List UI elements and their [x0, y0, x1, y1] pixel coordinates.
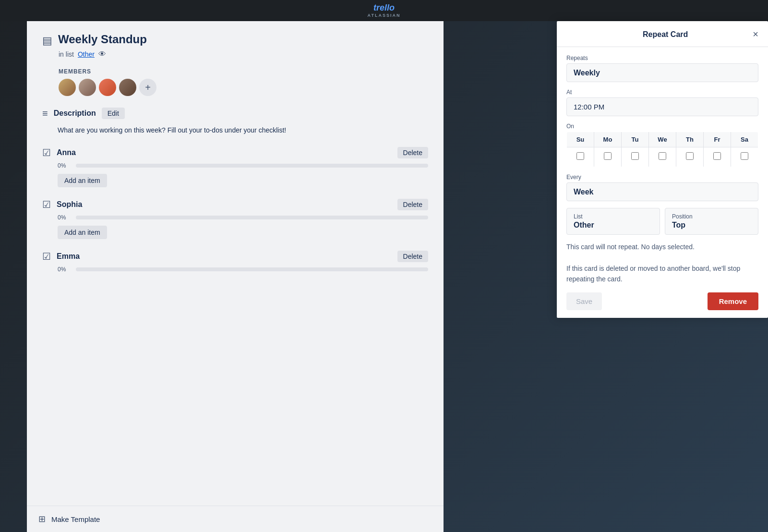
list-name-link[interactable]: Other: [78, 50, 95, 58]
progress-label-anna: 0%: [58, 162, 71, 169]
list-box[interactable]: List Other: [566, 208, 660, 235]
at-field: At: [566, 89, 758, 116]
close-repeat-panel-button[interactable]: ×: [753, 29, 758, 40]
trello-logo: trello ATLASSIAN: [368, 3, 401, 18]
card-subtitle: in list Other 👁: [59, 50, 428, 59]
repeats-label: Repeats: [566, 55, 758, 61]
repeat-info-line1: This card will not repeat. No days selec…: [566, 242, 758, 252]
repeat-info-line2: If this card is deleted or moved to anot…: [566, 263, 758, 285]
card-header: ▤ Weekly Standup: [42, 33, 428, 47]
repeats-select[interactable]: Weekly Daily Monthly: [566, 63, 758, 82]
card-title: Weekly Standup: [58, 33, 147, 47]
repeat-panel-body: Repeats Weekly Daily Monthly At On Su Mo…: [557, 47, 768, 318]
repeat-actions: Save Remove: [566, 292, 758, 310]
avatar-4[interactable]: [119, 79, 136, 96]
progress-emma: 0%: [58, 266, 428, 273]
checkbox-sa[interactable]: [741, 152, 748, 160]
checkbox-we[interactable]: [659, 152, 666, 160]
list-label: List: [574, 213, 653, 220]
days-table: Su Mo Tu We Th Fr Sa: [566, 132, 758, 167]
top-bar: trello ATLASSIAN: [0, 0, 768, 21]
logo-sub: ATLASSIAN: [368, 13, 401, 18]
repeat-panel-title: Repeat Card: [578, 30, 753, 39]
members-row: +: [59, 79, 428, 96]
day-tu: Tu: [622, 132, 649, 147]
remove-button[interactable]: Remove: [708, 292, 758, 310]
delete-sophia-button[interactable]: Delete: [397, 199, 428, 210]
repeat-panel: Repeat Card × Repeats Weekly Daily Month…: [557, 21, 768, 318]
checkbox-mo[interactable]: [604, 152, 612, 160]
list-position-row: List Other Position Top: [566, 208, 758, 235]
progress-label-sophia: 0%: [58, 214, 71, 221]
checklist-icon-anna: ☑: [42, 147, 51, 158]
progress-label-emma: 0%: [58, 266, 71, 273]
every-select[interactable]: Week 2 Weeks Month: [566, 182, 758, 201]
description-header: ≡ Description Edit: [42, 108, 428, 119]
at-label: At: [566, 89, 758, 96]
edit-description-button[interactable]: Edit: [102, 108, 125, 119]
delete-emma-button[interactable]: Delete: [397, 251, 428, 262]
day-th: Th: [676, 132, 704, 147]
repeat-panel-header: Repeat Card ×: [557, 21, 768, 47]
at-input[interactable]: [566, 97, 758, 116]
checklist-name-emma: Emma: [57, 252, 80, 261]
on-field: On Su Mo Tu We Th Fr Sa: [566, 123, 758, 167]
position-value: Top: [672, 221, 751, 230]
day-we: We: [649, 132, 676, 147]
add-item-sophia-button[interactable]: Add an item: [58, 226, 107, 239]
day-fr: Fr: [704, 132, 731, 147]
position-box[interactable]: Position Top: [665, 208, 758, 235]
checklist-emma: ☑ Emma Delete 0%: [42, 251, 428, 273]
checklist-name-anna: Anna: [57, 148, 76, 157]
progress-anna: 0%: [58, 162, 428, 169]
checkbox-th[interactable]: [686, 152, 694, 160]
checklist-sophia-header: ☑ Sophia Delete: [42, 199, 428, 210]
progress-bar-bg-sophia: [76, 216, 428, 219]
checkbox-tu[interactable]: [631, 152, 639, 160]
description-icon: ≡: [42, 108, 48, 119]
save-button[interactable]: Save: [566, 292, 602, 310]
checklist-anna: ☑ Anna Delete 0% Add an item: [42, 147, 428, 187]
progress-sophia: 0%: [58, 214, 428, 221]
card-type-icon: ▤: [42, 35, 52, 47]
subtitle-prefix: in list: [59, 50, 74, 58]
list-value: Other: [574, 221, 653, 230]
checklist-emma-left: ☑ Emma: [42, 251, 80, 262]
repeat-info: This card will not repeat. No days selec…: [566, 242, 758, 285]
checklist-sophia: ☑ Sophia Delete 0% Add an item: [42, 199, 428, 239]
checkbox-fr[interactable]: [713, 152, 721, 160]
checklist-name-sophia: Sophia: [57, 200, 82, 209]
template-icon: ⊞: [38, 514, 46, 524]
avatar-2[interactable]: [79, 79, 96, 96]
add-member-button[interactable]: +: [139, 79, 156, 96]
delete-anna-button[interactable]: Delete: [397, 147, 428, 158]
day-sa: Sa: [731, 132, 758, 147]
day-su: Su: [567, 132, 594, 147]
position-label: Position: [672, 213, 751, 220]
add-item-anna-button[interactable]: Add an item: [58, 174, 107, 187]
checklist-emma-header: ☑ Emma Delete: [42, 251, 428, 262]
watch-icon[interactable]: 👁: [98, 50, 106, 59]
description-text: What are you working on this week? Fill …: [58, 125, 428, 135]
progress-bar-bg-anna: [76, 164, 428, 168]
make-template-label: Make Template: [51, 515, 100, 523]
avatar-3[interactable]: [99, 79, 116, 96]
every-label: Every: [566, 174, 758, 181]
progress-bar-bg-emma: [76, 267, 428, 271]
on-label: On: [566, 123, 758, 130]
every-field: Every Week 2 Weeks Month: [566, 174, 758, 201]
description-title: Description: [54, 109, 96, 118]
checklist-icon-emma: ☑: [42, 251, 51, 262]
checklist-sophia-left: ☑ Sophia: [42, 199, 82, 210]
checkbox-su[interactable]: [576, 152, 584, 160]
card-modal: ▤ Weekly Standup in list Other 👁 MEMBERS…: [27, 21, 444, 532]
day-mo: Mo: [594, 132, 622, 147]
checklist-anna-header: ☑ Anna Delete: [42, 147, 428, 158]
repeats-field: Repeats Weekly Daily Monthly: [566, 55, 758, 82]
checklist-icon-sophia: ☑: [42, 199, 51, 210]
checklist-anna-left: ☑ Anna: [42, 147, 76, 158]
logo-brand: trello: [373, 3, 395, 13]
make-template-bar[interactable]: ⊞ Make Template: [27, 506, 444, 532]
members-label: MEMBERS: [59, 68, 428, 75]
avatar-1[interactable]: [59, 79, 76, 96]
